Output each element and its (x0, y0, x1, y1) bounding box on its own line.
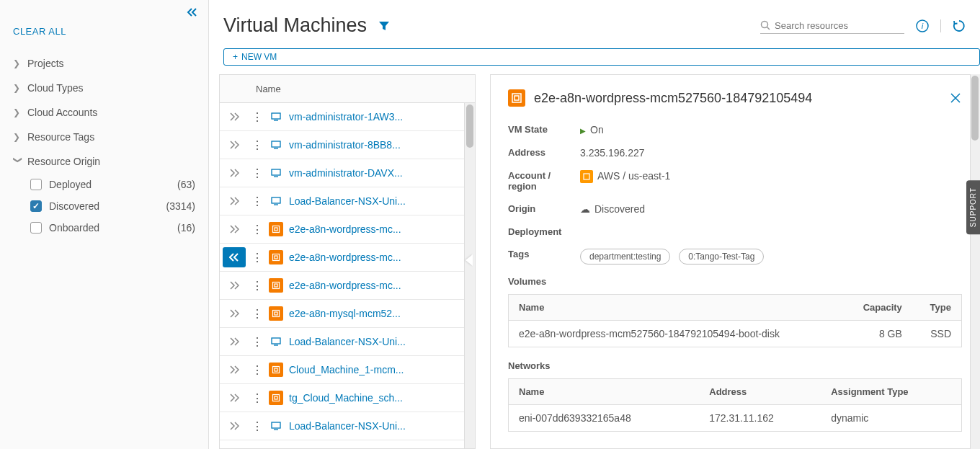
search-box[interactable] (760, 18, 904, 34)
search-input[interactable] (775, 20, 904, 31)
kebab-menu-icon[interactable]: ⋮ (249, 307, 266, 321)
vm-row[interactable]: ⋮e2e-a8n-wordpress-mc... (220, 215, 475, 244)
expand-button[interactable] (220, 225, 249, 234)
vm-list: Name ⋮vm-administrator-1AW3...⋮vm-admini… (219, 74, 476, 449)
checkbox-icon[interactable] (30, 222, 42, 234)
svg-rect-25 (275, 396, 277, 399)
svg-rect-13 (275, 228, 277, 231)
vm-orange-icon (269, 278, 283, 293)
expand-button[interactable] (220, 281, 249, 290)
column-header-name[interactable]: Name (249, 84, 281, 94)
table-row[interactable]: e2e-a8n-wordpress-mcm527560-184792105494… (509, 321, 962, 347)
col-capacity[interactable]: Capacity (842, 295, 912, 321)
kebab-menu-icon[interactable]: ⋮ (249, 110, 266, 124)
kebab-menu-icon[interactable]: ⋮ (249, 391, 266, 405)
scrollbar-thumb[interactable] (971, 76, 979, 141)
col-assignment[interactable]: Assignment Type (821, 379, 961, 405)
expand-button[interactable] (220, 337, 249, 346)
vm-row[interactable]: ⋮e2e-a8n-wordpress-mc... (220, 272, 475, 300)
kebab-menu-icon[interactable]: ⋮ (249, 138, 266, 152)
expand-button[interactable] (220, 365, 249, 374)
collapse-sidebar-button[interactable] (0, 0, 208, 20)
vm-row[interactable]: ⋮vm-administrator-8BB8... (220, 131, 475, 159)
vm-name-link[interactable]: e2e-a8n-wordpress-mc... (289, 252, 465, 263)
col-name[interactable]: Name (509, 295, 842, 321)
vm-orange-icon (269, 306, 283, 321)
vm-row[interactable]: ⋮tg_Cloud_Machine_sch... (220, 384, 475, 412)
close-button[interactable] (949, 92, 962, 105)
expand-button[interactable] (220, 394, 249, 402)
filter-cloud-accounts[interactable]: ❯ Cloud Accounts (13, 100, 195, 125)
kebab-menu-icon[interactable]: ⋮ (249, 251, 266, 264)
vm-name-link[interactable]: Load-Balancer-NSX-Uni... (289, 420, 465, 432)
value-account: AWS / us-east-1 (580, 170, 962, 183)
vm-name-link[interactable]: e2e-a8n-wordpress-mc... (289, 280, 465, 291)
filter-cloud-types[interactable]: ❯ Cloud Types (13, 76, 195, 100)
table-row[interactable]: eni-007dd639332165a48 172.31.11.162 dyna… (509, 405, 962, 432)
kebab-menu-icon[interactable]: ⋮ (249, 279, 266, 293)
vm-row[interactable]: ⋮vm-administrator-DAVX... (220, 159, 475, 187)
svg-rect-19 (275, 312, 277, 315)
support-tab[interactable]: SUPPORT (966, 180, 980, 234)
vm-name-link[interactable]: Cloud_Machine_1-mcm... (289, 364, 465, 375)
scrollbar-thumb[interactable] (466, 105, 473, 148)
vm-name-link[interactable]: e2e-a8n-wordpress-mc... (289, 223, 465, 235)
new-vm-button[interactable]: + NEW VM (223, 48, 980, 66)
vm-row[interactable]: ⋮vm-administrator-1AW3... (220, 103, 475, 131)
vm-blue-icon (269, 110, 283, 124)
col-address[interactable]: Address (699, 379, 821, 405)
origin-option-onboarded[interactable]: Onboarded (16) (13, 217, 195, 239)
vm-row[interactable]: ⋮Cloud_Machine_1-mcm... (220, 356, 475, 384)
vm-row[interactable]: ⋮e2e-a8n-mysql-mcm52... (220, 300, 475, 328)
tag-pill[interactable]: 0:Tango-Test-Tag (679, 249, 764, 264)
vm-name-link[interactable]: Load-Balancer-NSX-Uni... (289, 336, 465, 347)
kebab-menu-icon[interactable]: ⋮ (249, 195, 266, 208)
svg-rect-29 (514, 96, 519, 100)
expand-button[interactable] (223, 247, 246, 267)
expand-button[interactable] (220, 112, 249, 121)
expand-button[interactable] (220, 169, 249, 177)
expand-button[interactable] (220, 309, 249, 318)
kebab-menu-icon[interactable]: ⋮ (249, 335, 266, 349)
vm-row[interactable]: ⋮Load-Balancer-NSX-Uni... (220, 328, 475, 356)
col-name[interactable]: Name (509, 379, 700, 405)
label-tags: Tags (508, 249, 580, 259)
filter-icon[interactable] (378, 20, 390, 32)
checkbox-icon[interactable] (30, 179, 42, 190)
tag-pill[interactable]: department:testing (580, 249, 670, 264)
svg-line-1 (767, 27, 770, 30)
origin-option-deployed[interactable]: Deployed (63) (13, 174, 195, 195)
origin-option-discovered[interactable]: Discovered (3314) (13, 195, 195, 217)
vm-name-link[interactable]: Load-Balancer-NSX-Uni... (289, 195, 465, 207)
expand-button[interactable] (220, 422, 249, 430)
vm-name-link[interactable]: tg_Cloud_Machine_sch... (289, 392, 465, 404)
vm-row[interactable]: ⋮Load-Balancer-NSX-Uni... (220, 412, 475, 440)
kebab-menu-icon[interactable]: ⋮ (249, 363, 266, 377)
vm-blue-icon (269, 194, 283, 208)
expand-button[interactable] (220, 197, 249, 205)
vm-name-link[interactable]: e2e-a8n-mysql-mcm52... (289, 308, 465, 319)
col-type[interactable]: Type (912, 295, 962, 321)
svg-rect-18 (273, 311, 280, 317)
expand-button[interactable] (220, 141, 249, 149)
filter-projects[interactable]: ❯ Projects (13, 51, 195, 76)
clear-all-button[interactable]: CLEAR ALL (0, 20, 208, 51)
kebab-menu-icon[interactable]: ⋮ (249, 166, 266, 180)
kebab-menu-icon[interactable]: ⋮ (249, 419, 266, 433)
refresh-icon[interactable] (953, 19, 966, 32)
info-icon[interactable]: i (916, 19, 929, 32)
chevron-right-icon: ❯ (13, 58, 23, 68)
checkbox-checked-icon[interactable] (30, 200, 42, 212)
vm-name-link[interactable]: vm-administrator-8BB8... (289, 139, 465, 151)
vm-row[interactable]: ⋮Load-Balancer-NSX-Uni... (220, 187, 475, 215)
scrollbar[interactable] (970, 74, 980, 449)
vm-name-link[interactable]: vm-administrator-DAVX... (289, 167, 465, 179)
chevron-right-icon: ❯ (13, 107, 23, 117)
vm-row[interactable]: ⋮e2e-a8n-wordpress-mc... (220, 244, 475, 272)
filter-resource-origin[interactable]: ❯ Resource Origin (13, 149, 195, 174)
kebab-menu-icon[interactable]: ⋮ (249, 223, 266, 236)
vm-blue-icon (269, 334, 283, 349)
vm-name-link[interactable]: vm-administrator-1AW3... (289, 111, 465, 123)
label-origin: Origin (508, 203, 580, 214)
filter-resource-tags[interactable]: ❯ Resource Tags (13, 125, 195, 149)
